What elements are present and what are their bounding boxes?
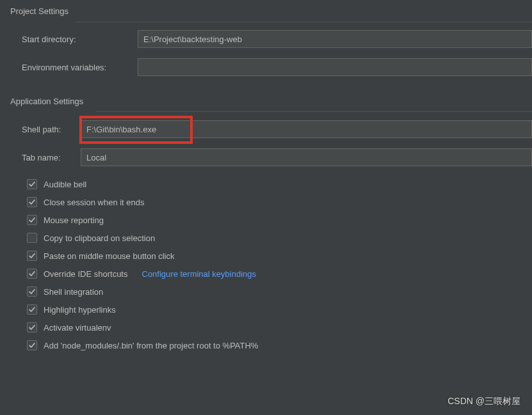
checkbox-label[interactable]: Shell integration	[44, 287, 103, 297]
application-settings-title: Application Settings	[0, 81, 532, 111]
checkbox[interactable]	[27, 340, 37, 350]
checkbox-row: Close session when it ends	[0, 193, 532, 211]
checkbox-row: Mouse reporting	[0, 211, 532, 229]
env-vars-input[interactable]	[138, 58, 532, 76]
checkbox-row: Shell integration	[0, 283, 532, 301]
checkbox-row: Override IDE shortcutsConfigure terminal…	[0, 265, 532, 283]
watermark: CSDN @三喂树屋	[447, 396, 520, 407]
env-vars-label: Environment variables:	[22, 63, 134, 72]
checkbox[interactable]	[27, 215, 37, 225]
checkbox[interactable]	[27, 251, 37, 261]
checkbox-label[interactable]: Paste on middle mouse button click	[44, 251, 175, 261]
tab-name-label: Tab name:	[22, 153, 77, 162]
checkbox-row: Activate virtualenv	[0, 318, 532, 336]
checkbox-row: Add 'node_modules/.bin' from the project…	[0, 336, 532, 354]
start-directory-input[interactable]	[138, 30, 532, 48]
project-settings-title: Project Settings	[0, 0, 532, 21]
checkbox[interactable]	[27, 286, 37, 297]
checkbox[interactable]	[27, 322, 37, 333]
tab-name-input[interactable]	[81, 148, 532, 166]
checkbox-row: Copy to clipboard on selection	[0, 229, 532, 247]
checkbox[interactable]	[27, 304, 37, 315]
shell-path-input[interactable]	[81, 120, 532, 138]
checkbox[interactable]	[27, 197, 37, 207]
shell-path-label: Shell path:	[22, 125, 77, 134]
checkbox-row: Paste on middle mouse button click	[0, 247, 532, 265]
checkbox-label[interactable]: Highlight hyperlinks	[44, 305, 116, 315]
checkbox-label[interactable]: Copy to clipboard on selection	[44, 233, 155, 243]
checkbox-label[interactable]: Override IDE shortcuts	[44, 269, 128, 279]
checkbox-label[interactable]: Audible bell	[44, 180, 86, 189]
configure-keybindings-link[interactable]: Configure terminal keybindings	[142, 269, 256, 279]
divider	[76, 22, 532, 22]
checkbox[interactable]	[27, 269, 37, 279]
checkbox[interactable]	[27, 179, 37, 189]
checkbox-label[interactable]: Add 'node_modules/.bin' from the project…	[44, 341, 258, 350]
checkbox-row: Highlight hyperlinks	[0, 301, 532, 318]
checkbox-label[interactable]: Close session when it ends	[44, 198, 145, 207]
checkbox[interactable]	[27, 233, 37, 243]
checkbox-label[interactable]: Activate virtualenv	[44, 323, 111, 333]
divider	[96, 111, 532, 112]
checkbox-row: Audible bell	[0, 175, 532, 193]
start-directory-label: Start directory:	[22, 35, 134, 44]
checkbox-label[interactable]: Mouse reporting	[44, 215, 104, 225]
